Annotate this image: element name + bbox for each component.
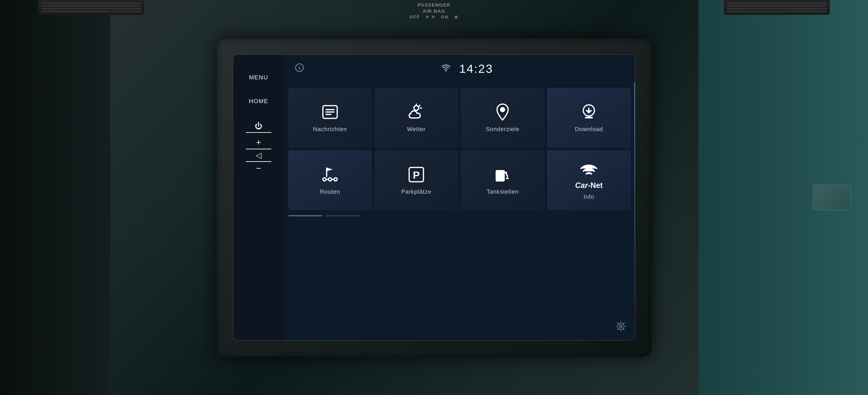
main-content: 14:23 xyxy=(284,55,635,340)
routen-label: Routen xyxy=(320,188,340,195)
sonderziele-label: Sonderziele xyxy=(486,126,520,133)
menu-label: MENU xyxy=(249,74,268,81)
volume-controls: + ◁ − xyxy=(234,135,284,176)
routen-icon xyxy=(320,165,340,184)
tile-routen[interactable]: Routen xyxy=(288,150,372,210)
tile-nachrichten[interactable]: Nachrichten xyxy=(288,88,372,147)
svg-point-3 xyxy=(445,70,447,71)
power-button[interactable]: ⏻ xyxy=(234,114,284,135)
tile-parkplaetze[interactable]: P Parkplätze xyxy=(375,150,458,210)
sidebar-item-menu[interactable]: MENU xyxy=(234,63,284,84)
accent-line xyxy=(634,83,635,315)
svg-line-10 xyxy=(419,105,420,106)
tile-info[interactable]: Car -Net Info xyxy=(547,150,630,210)
volume-plus-button[interactable]: + xyxy=(234,138,284,147)
topbar-center: 14:23 xyxy=(311,62,624,76)
scroll-indicators xyxy=(288,213,630,218)
vent-bar xyxy=(41,11,141,12)
airbag-label: PASSENGER AIR BAG OFF ✕ ✕ ON ⊗ xyxy=(409,2,459,20)
svg-point-16 xyxy=(323,178,326,181)
wetter-icon xyxy=(407,103,426,121)
volume-divider2 xyxy=(246,161,271,162)
vent-bar xyxy=(41,5,141,7)
svg-rect-2 xyxy=(299,67,300,69)
wetter-label: Wetter xyxy=(407,126,426,133)
tile-wetter[interactable]: Wetter xyxy=(375,88,458,147)
svg-point-17 xyxy=(328,178,332,181)
volume-sound-icon[interactable]: ◁ xyxy=(234,151,284,159)
wifi-icon xyxy=(441,63,451,75)
tankstellen-icon xyxy=(493,165,512,184)
sonderziele-icon xyxy=(493,103,512,121)
vent-right xyxy=(724,0,830,15)
volume-divider xyxy=(246,149,271,149)
info-label: Info xyxy=(584,194,594,200)
vent-bar xyxy=(727,5,827,7)
grid-area: Nachrichten xyxy=(284,83,635,315)
svg-rect-24 xyxy=(498,173,503,176)
car-interior: PASSENGER AIR BAG OFF ✕ ✕ ON ⊗ MENU HOME xyxy=(0,0,868,395)
svg-rect-15 xyxy=(326,167,327,177)
vent-bar xyxy=(727,11,827,12)
screen-bezel: MENU HOME ⏻ + ◁ xyxy=(217,38,651,357)
topbar: 14:23 xyxy=(284,55,635,83)
vent-bar xyxy=(41,8,141,9)
vent-bar xyxy=(41,3,141,4)
home-label: HOME xyxy=(249,98,268,105)
tankstellen-label: Tankstellen xyxy=(487,188,519,195)
scroll-dot-inactive xyxy=(326,215,360,216)
tile-download[interactable]: Download xyxy=(547,88,630,147)
volume-minus-button[interactable]: − xyxy=(234,164,284,172)
svg-point-18 xyxy=(334,178,337,181)
nachrichten-label: Nachrichten xyxy=(313,126,347,133)
clock: 14:23 xyxy=(459,62,493,76)
door-handle xyxy=(813,185,851,210)
grid-row-2: Routen P Parkplätze xyxy=(288,150,630,210)
left-panel xyxy=(0,0,110,395)
power-icon: ⏻ xyxy=(255,121,262,131)
parkplaetze-label: Parkplätze xyxy=(401,188,431,195)
vent-bar xyxy=(727,8,827,9)
power-underline xyxy=(246,132,271,133)
parkplaetze-icon: P xyxy=(407,165,426,184)
tile-tankstellen[interactable]: Tankstellen xyxy=(461,150,544,210)
infotainment-screen: MENU HOME ⏻ + ◁ xyxy=(234,55,635,340)
nachrichten-icon xyxy=(320,103,340,121)
bottom-bar xyxy=(284,315,635,340)
svg-point-8 xyxy=(414,106,419,111)
settings-button[interactable] xyxy=(615,321,626,334)
svg-text:P: P xyxy=(413,169,420,181)
download-label: Download xyxy=(575,126,603,133)
screen-frame: MENU HOME ⏻ + ◁ xyxy=(233,54,636,341)
right-panel xyxy=(699,0,868,395)
grid-row-1: Nachrichten xyxy=(288,88,630,147)
sidebar-item-home[interactable]: HOME xyxy=(234,90,284,108)
vent-left xyxy=(38,0,144,15)
svg-point-1 xyxy=(299,65,300,66)
carnet-wifi-icon xyxy=(579,160,598,180)
tile-sonderziele[interactable]: Sonderziele xyxy=(461,88,544,147)
svg-point-28 xyxy=(619,325,622,328)
scroll-dot-active xyxy=(288,215,322,216)
svg-point-12 xyxy=(501,108,505,112)
info-icon xyxy=(295,63,304,75)
download-icon xyxy=(579,103,598,121)
sidebar: MENU HOME ⏻ + ◁ xyxy=(234,55,284,340)
svg-point-27 xyxy=(617,323,624,329)
carnet-icon: Car -Net xyxy=(575,160,602,189)
vent-bar xyxy=(727,3,827,4)
